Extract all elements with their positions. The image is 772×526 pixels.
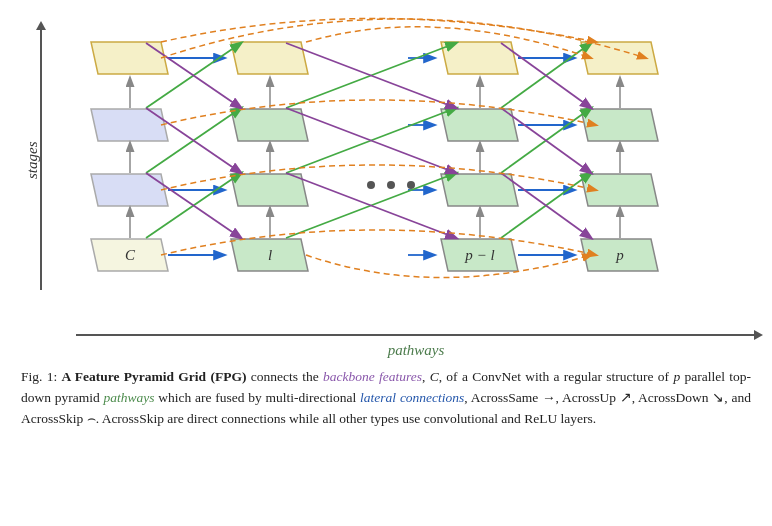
svg-point-63 [407, 181, 415, 189]
figure-container: stages [0, 0, 772, 526]
svg-point-61 [367, 181, 375, 189]
pathways-label: pathways [388, 342, 445, 359]
svg-text:C: C [125, 247, 136, 263]
caption-bold: A Feature Pyramid Grid (FPG) [61, 369, 246, 384]
svg-marker-13 [231, 109, 308, 141]
caption-lateral: lateral connections [360, 390, 464, 405]
caption-text5: which are fused by multi-directional [155, 390, 361, 405]
svg-marker-12 [91, 109, 168, 141]
svg-marker-10 [441, 174, 518, 206]
svg-marker-14 [441, 109, 518, 141]
svg-point-62 [387, 181, 395, 189]
fig-label: Fig. 1: [21, 369, 57, 384]
svg-text:p: p [615, 247, 624, 263]
caption-italic-c: C [430, 369, 439, 384]
diagram-area: stages [26, 10, 746, 330]
svg-text:l: l [268, 247, 272, 263]
svg-marker-16 [91, 42, 168, 74]
caption-green-pathways: pathways [104, 390, 155, 405]
caption-text2: , [422, 369, 430, 384]
svg-text:p − l: p − l [464, 247, 494, 263]
caption-text3: , of a ConvNet with a regular structure … [439, 369, 674, 384]
fpg-diagram: C l p − l p [46, 10, 746, 325]
svg-marker-9 [231, 174, 308, 206]
caption-purple: backbone features [323, 369, 422, 384]
figure-caption: Fig. 1: A Feature Pyramid Grid (FPG) con… [21, 367, 751, 430]
pathways-arrow [76, 334, 756, 336]
caption-text1: connects the [246, 369, 323, 384]
pathways-arrow-line [76, 334, 756, 336]
svg-marker-8 [91, 174, 168, 206]
svg-marker-19 [581, 42, 658, 74]
stages-label: stages [24, 30, 41, 290]
